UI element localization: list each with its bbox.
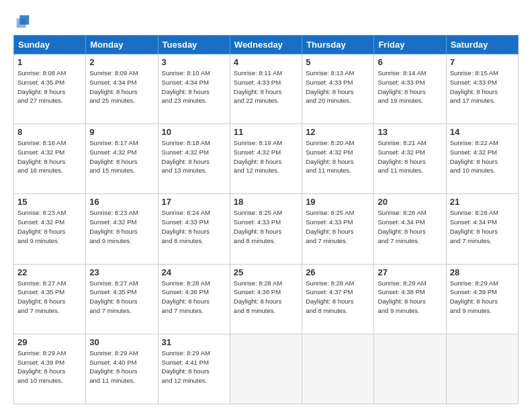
day-cell: 28Sunrise: 8:29 AM Sunset: 4:39 PM Dayli… bbox=[446, 264, 518, 334]
day-cell: 11Sunrise: 8:19 AM Sunset: 4:32 PM Dayli… bbox=[230, 124, 302, 194]
day-info: Sunrise: 8:26 AM Sunset: 4:34 PM Dayligh… bbox=[378, 208, 442, 245]
day-info: Sunrise: 8:29 AM Sunset: 4:38 PM Dayligh… bbox=[378, 279, 442, 316]
header-cell-sunday: Sunday bbox=[14, 36, 86, 54]
day-cell: 23Sunrise: 8:27 AM Sunset: 4:35 PM Dayli… bbox=[86, 264, 158, 334]
day-info: Sunrise: 8:15 AM Sunset: 4:33 PM Dayligh… bbox=[450, 68, 515, 105]
day-number: 4 bbox=[234, 57, 298, 67]
day-number: 23 bbox=[89, 267, 154, 277]
day-number: 6 bbox=[378, 57, 442, 67]
day-info: Sunrise: 8:29 AM Sunset: 4:40 PM Dayligh… bbox=[89, 349, 154, 385]
day-cell: 31Sunrise: 8:29 AM Sunset: 4:41 PM Dayli… bbox=[158, 334, 230, 404]
day-number: 21 bbox=[450, 197, 515, 207]
day-info: Sunrise: 8:27 AM Sunset: 4:35 PM Dayligh… bbox=[17, 279, 82, 316]
day-info: Sunrise: 8:16 AM Sunset: 4:32 PM Dayligh… bbox=[17, 138, 82, 175]
day-info: Sunrise: 8:29 AM Sunset: 4:41 PM Dayligh… bbox=[162, 349, 226, 385]
week-row-3: 22Sunrise: 8:27 AM Sunset: 4:35 PM Dayli… bbox=[14, 264, 519, 334]
day-cell: 25Sunrise: 8:28 AM Sunset: 4:36 PM Dayli… bbox=[230, 264, 302, 334]
day-info: Sunrise: 8:25 AM Sunset: 4:33 PM Dayligh… bbox=[306, 208, 370, 245]
day-cell: 1Sunrise: 8:08 AM Sunset: 4:35 PM Daylig… bbox=[14, 54, 86, 124]
day-cell: 22Sunrise: 8:27 AM Sunset: 4:35 PM Dayli… bbox=[14, 264, 86, 334]
day-number: 5 bbox=[306, 57, 370, 67]
day-number: 22 bbox=[17, 267, 82, 277]
day-cell: 27Sunrise: 8:29 AM Sunset: 4:38 PM Dayli… bbox=[374, 264, 446, 334]
day-number: 28 bbox=[450, 267, 515, 277]
header-cell-tuesday: Tuesday bbox=[158, 36, 230, 54]
day-cell bbox=[302, 334, 374, 404]
day-number: 25 bbox=[234, 267, 298, 277]
header-cell-wednesday: Wednesday bbox=[230, 36, 302, 54]
day-number: 16 bbox=[89, 197, 154, 207]
day-number: 26 bbox=[306, 267, 370, 277]
day-number: 13 bbox=[378, 127, 442, 137]
day-cell: 20Sunrise: 8:26 AM Sunset: 4:34 PM Dayli… bbox=[374, 194, 446, 264]
header-row: SundayMondayTuesdayWednesdayThursdayFrid… bbox=[14, 36, 519, 54]
day-info: Sunrise: 8:27 AM Sunset: 4:35 PM Dayligh… bbox=[89, 279, 154, 316]
week-row-4: 29Sunrise: 8:29 AM Sunset: 4:39 PM Dayli… bbox=[14, 334, 519, 404]
header-cell-thursday: Thursday bbox=[302, 36, 374, 54]
day-info: Sunrise: 8:13 AM Sunset: 4:33 PM Dayligh… bbox=[306, 68, 370, 105]
day-cell bbox=[374, 334, 446, 404]
day-number: 24 bbox=[162, 267, 226, 277]
day-cell: 24Sunrise: 8:28 AM Sunset: 4:36 PM Dayli… bbox=[158, 264, 230, 334]
day-cell: 17Sunrise: 8:24 AM Sunset: 4:33 PM Dayli… bbox=[158, 194, 230, 264]
day-info: Sunrise: 8:18 AM Sunset: 4:32 PM Dayligh… bbox=[162, 138, 226, 175]
day-info: Sunrise: 8:23 AM Sunset: 4:32 PM Dayligh… bbox=[17, 208, 82, 245]
day-info: Sunrise: 8:08 AM Sunset: 4:35 PM Dayligh… bbox=[17, 68, 82, 105]
day-info: Sunrise: 8:14 AM Sunset: 4:33 PM Dayligh… bbox=[378, 68, 442, 105]
day-number: 31 bbox=[162, 337, 226, 347]
day-info: Sunrise: 8:28 AM Sunset: 4:37 PM Dayligh… bbox=[306, 279, 370, 316]
day-number: 9 bbox=[89, 127, 154, 137]
day-cell: 6Sunrise: 8:14 AM Sunset: 4:33 PM Daylig… bbox=[374, 54, 446, 124]
day-number: 10 bbox=[162, 127, 226, 137]
day-cell: 29Sunrise: 8:29 AM Sunset: 4:39 PM Dayli… bbox=[14, 334, 86, 404]
day-cell: 3Sunrise: 8:10 AM Sunset: 4:34 PM Daylig… bbox=[158, 54, 230, 124]
day-number: 11 bbox=[234, 127, 298, 137]
day-number: 2 bbox=[89, 57, 154, 67]
week-row-0: 1Sunrise: 8:08 AM Sunset: 4:35 PM Daylig… bbox=[14, 54, 519, 124]
top-section bbox=[13, 12, 519, 31]
day-cell: 19Sunrise: 8:25 AM Sunset: 4:33 PM Dayli… bbox=[302, 194, 374, 264]
day-number: 20 bbox=[378, 197, 442, 207]
day-cell bbox=[230, 334, 302, 404]
day-number: 27 bbox=[378, 267, 442, 277]
week-row-2: 15Sunrise: 8:23 AM Sunset: 4:32 PM Dayli… bbox=[14, 194, 519, 264]
day-cell: 12Sunrise: 8:20 AM Sunset: 4:32 PM Dayli… bbox=[302, 124, 374, 194]
calendar-table: SundayMondayTuesdayWednesdayThursdayFrid… bbox=[13, 35, 519, 404]
day-cell: 15Sunrise: 8:23 AM Sunset: 4:32 PM Dayli… bbox=[14, 194, 86, 264]
week-row-1: 8Sunrise: 8:16 AM Sunset: 4:32 PM Daylig… bbox=[14, 124, 519, 194]
day-number: 30 bbox=[89, 337, 154, 347]
header-cell-friday: Friday bbox=[374, 36, 446, 54]
day-cell: 16Sunrise: 8:23 AM Sunset: 4:32 PM Dayli… bbox=[86, 194, 158, 264]
day-cell: 8Sunrise: 8:16 AM Sunset: 4:32 PM Daylig… bbox=[14, 124, 86, 194]
logo bbox=[13, 12, 35, 31]
day-cell bbox=[446, 334, 518, 404]
day-number: 17 bbox=[162, 197, 226, 207]
day-cell: 2Sunrise: 8:09 AM Sunset: 4:34 PM Daylig… bbox=[86, 54, 158, 124]
day-cell: 10Sunrise: 8:18 AM Sunset: 4:32 PM Dayli… bbox=[158, 124, 230, 194]
day-cell: 9Sunrise: 8:17 AM Sunset: 4:32 PM Daylig… bbox=[86, 124, 158, 194]
day-number: 3 bbox=[162, 57, 226, 67]
day-number: 1 bbox=[17, 57, 82, 67]
day-info: Sunrise: 8:09 AM Sunset: 4:34 PM Dayligh… bbox=[89, 68, 154, 105]
calendar-body: 1Sunrise: 8:08 AM Sunset: 4:35 PM Daylig… bbox=[14, 54, 519, 404]
day-info: Sunrise: 8:20 AM Sunset: 4:32 PM Dayligh… bbox=[306, 138, 370, 175]
header-cell-saturday: Saturday bbox=[446, 36, 518, 54]
header-cell-monday: Monday bbox=[86, 36, 158, 54]
day-info: Sunrise: 8:28 AM Sunset: 4:36 PM Dayligh… bbox=[162, 279, 226, 316]
day-info: Sunrise: 8:28 AM Sunset: 4:36 PM Dayligh… bbox=[234, 279, 298, 316]
day-cell: 21Sunrise: 8:26 AM Sunset: 4:34 PM Dayli… bbox=[446, 194, 518, 264]
day-number: 12 bbox=[306, 127, 370, 137]
day-cell: 30Sunrise: 8:29 AM Sunset: 4:40 PM Dayli… bbox=[86, 334, 158, 404]
calendar-header: SundayMondayTuesdayWednesdayThursdayFrid… bbox=[14, 36, 519, 54]
day-cell: 26Sunrise: 8:28 AM Sunset: 4:37 PM Dayli… bbox=[302, 264, 374, 334]
day-info: Sunrise: 8:10 AM Sunset: 4:34 PM Dayligh… bbox=[162, 68, 226, 105]
page: SundayMondayTuesdayWednesdayThursdayFrid… bbox=[0, 0, 532, 411]
day-cell: 13Sunrise: 8:21 AM Sunset: 4:32 PM Dayli… bbox=[374, 124, 446, 194]
day-info: Sunrise: 8:25 AM Sunset: 4:33 PM Dayligh… bbox=[234, 208, 298, 245]
day-info: Sunrise: 8:19 AM Sunset: 4:32 PM Dayligh… bbox=[234, 138, 298, 175]
day-info: Sunrise: 8:21 AM Sunset: 4:32 PM Dayligh… bbox=[378, 138, 442, 175]
day-info: Sunrise: 8:11 AM Sunset: 4:33 PM Dayligh… bbox=[234, 68, 298, 105]
day-info: Sunrise: 8:23 AM Sunset: 4:32 PM Dayligh… bbox=[89, 208, 154, 245]
day-cell: 5Sunrise: 8:13 AM Sunset: 4:33 PM Daylig… bbox=[302, 54, 374, 124]
svg-marker-1 bbox=[17, 18, 26, 28]
